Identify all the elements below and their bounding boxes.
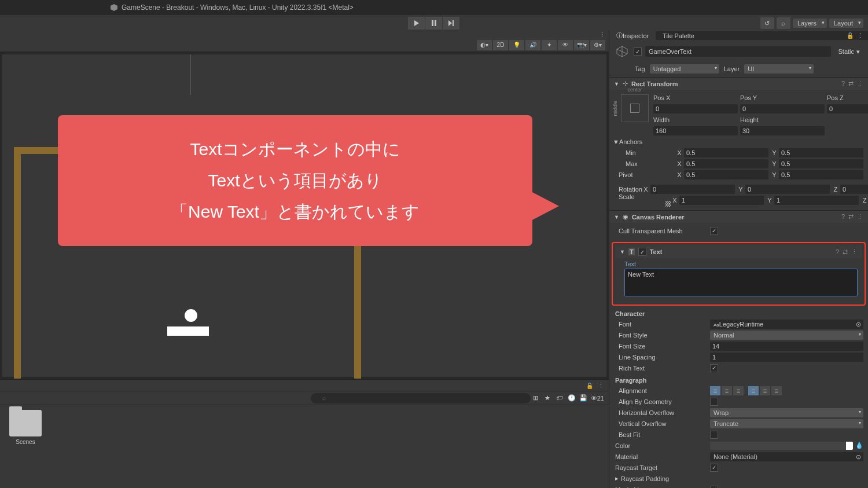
pause-button[interactable] — [425, 17, 443, 30]
rich-text-checkbox[interactable]: ✓ — [710, 364, 718, 372]
gameobject-icon[interactable] — [614, 43, 630, 60]
save-icon[interactable]: 💾 — [579, 394, 589, 402]
align-right-button[interactable]: ≡ — [733, 386, 744, 395]
menu-icon[interactable] — [599, 31, 605, 39]
raycast-padding-label[interactable]: Raycast Padding — [621, 475, 669, 482]
anchor-preset-button[interactable]: center middle — [621, 94, 649, 122]
light-icon[interactable]: 💡 — [509, 40, 524, 50]
align-middle-button[interactable]: ≡ — [760, 386, 770, 395]
paragraph-section: Paragraph — [615, 377, 863, 384]
material-field[interactable]: None (Material) — [710, 452, 863, 461]
text-enabled-checkbox[interactable]: ✓ — [638, 248, 646, 256]
title-bar: GameScene - Breakout - Windows, Mac, Lin… — [0, 0, 868, 15]
help-icon[interactable]: ? — [836, 248, 839, 256]
svg-rect-5 — [453, 20, 454, 26]
tag-dropdown[interactable]: Untagged — [650, 64, 719, 74]
menu-icon[interactable] — [857, 32, 863, 39]
callout-line: Textコンポーネントの中に — [81, 134, 509, 165]
rot-z[interactable] — [840, 185, 868, 194]
step-button[interactable] — [443, 17, 460, 30]
pivot-y[interactable] — [779, 170, 863, 179]
effects-icon[interactable]: ✦ — [542, 40, 557, 50]
text-icon: T — [628, 248, 635, 255]
camera-icon[interactable]: 📷▾ — [574, 40, 589, 50]
align-bottom-button[interactable]: ≡ — [771, 386, 782, 395]
eyedropper-icon[interactable]: 💧 — [855, 442, 863, 449]
font-style-dropdown[interactable]: Normal — [710, 331, 863, 340]
layout-dropdown[interactable]: Layout — [829, 19, 863, 28]
align-left-button[interactable]: ≡ — [710, 386, 720, 395]
help-icon[interactable]: ? — [841, 80, 845, 87]
audio-icon[interactable]: 🔊 — [525, 40, 540, 50]
svg-rect-3 — [435, 20, 436, 26]
hidden-count[interactable]: 👁21 — [591, 395, 604, 402]
line-spacing-field[interactable] — [710, 353, 863, 362]
static-dropdown[interactable]: Static ▾ — [834, 47, 863, 57]
filter-icon[interactable]: ⊞ — [533, 394, 542, 402]
height-field[interactable] — [740, 126, 825, 135]
lock-icon[interactable] — [847, 32, 854, 39]
component-header[interactable]: ▼ ⊹ Rect Transform ?⇄ — [609, 78, 868, 90]
anchor-minx[interactable] — [684, 148, 768, 157]
menu-icon[interactable] — [851, 248, 858, 256]
preset-icon[interactable]: ⇄ — [843, 248, 848, 256]
width-field[interactable] — [653, 126, 738, 135]
raycast-target-checkbox[interactable]: ✓ — [710, 464, 718, 472]
project-search-input[interactable] — [311, 393, 531, 403]
label-icon[interactable]: 🏷 — [556, 394, 565, 402]
layer-dropdown[interactable]: UI — [744, 64, 814, 74]
shading-dropdown[interactable]: ◐▾ — [477, 40, 492, 50]
gizmos-icon[interactable]: ⚙▾ — [590, 40, 605, 50]
link-icon[interactable]: ⛓ — [665, 200, 671, 207]
text-content-input[interactable]: New Text — [624, 269, 858, 296]
menu-icon[interactable] — [598, 381, 604, 389]
anchor-maxy[interactable] — [779, 159, 863, 168]
tab-inspector[interactable]: ⓘ Inspector — [609, 31, 656, 40]
pivot-x[interactable] — [684, 170, 768, 179]
align-top-button[interactable]: ≡ — [748, 386, 759, 395]
hidden-icon[interactable]: 👁 — [558, 40, 573, 50]
component-header[interactable]: ▼ ◉ Canvas Renderer ?⇄ — [609, 211, 868, 223]
anchors-label[interactable]: Anchors — [619, 138, 642, 145]
rot-x[interactable] — [650, 185, 735, 194]
layer-label: Layer — [724, 65, 740, 72]
posy-field[interactable] — [740, 104, 825, 113]
lock-icon[interactable] — [586, 382, 593, 389]
posz-field[interactable] — [827, 104, 868, 113]
search-icon[interactable]: ⌕ — [777, 17, 790, 29]
align-center-button[interactable]: ≡ — [722, 386, 732, 395]
maskable-checkbox[interactable]: ✓ — [710, 486, 718, 489]
h-overflow-dropdown[interactable]: Wrap — [710, 408, 863, 417]
scale-x[interactable] — [679, 196, 764, 205]
menu-icon[interactable] — [857, 213, 863, 221]
cull-checkbox[interactable]: ✓ — [710, 227, 718, 235]
folder-scenes[interactable]: Scenes — [5, 410, 46, 483]
svg-marker-4 — [448, 20, 452, 26]
font-field[interactable]: AaLegacyRuntime — [710, 320, 863, 329]
tag-label: Tag — [635, 65, 645, 72]
layers-dropdown[interactable]: Layers — [793, 19, 827, 28]
favorite-icon[interactable]: ★ — [545, 394, 554, 402]
menu-icon[interactable] — [857, 80, 863, 87]
rot-y[interactable] — [745, 185, 830, 194]
preset-icon[interactable]: ⇄ — [848, 80, 854, 87]
font-size-field[interactable] — [710, 342, 863, 351]
tab-tile-palette[interactable]: Tile Palette — [656, 31, 701, 40]
undo-history-icon[interactable]: ↺ — [760, 17, 774, 29]
align-geometry-checkbox[interactable] — [710, 398, 718, 406]
clock-icon[interactable]: 🕐 — [568, 394, 577, 402]
play-button[interactable] — [408, 17, 425, 30]
gameobject-name-field[interactable]: GameOverText — [645, 46, 831, 57]
2d-toggle[interactable]: 2D — [493, 40, 508, 50]
posx-field[interactable] — [653, 104, 738, 113]
scale-y[interactable] — [774, 196, 859, 205]
preset-icon[interactable]: ⇄ — [848, 213, 854, 221]
color-field[interactable] — [710, 442, 853, 450]
anchor-miny[interactable] — [779, 148, 863, 157]
active-checkbox[interactable]: ✓ — [634, 47, 642, 56]
v-overflow-dropdown[interactable]: Truncate — [710, 419, 863, 428]
best-fit-checkbox[interactable] — [710, 431, 718, 439]
component-header[interactable]: ▼ T ✓ Text ?⇄ — [615, 245, 862, 258]
anchor-maxx[interactable] — [684, 159, 768, 168]
help-icon[interactable]: ? — [841, 213, 845, 221]
